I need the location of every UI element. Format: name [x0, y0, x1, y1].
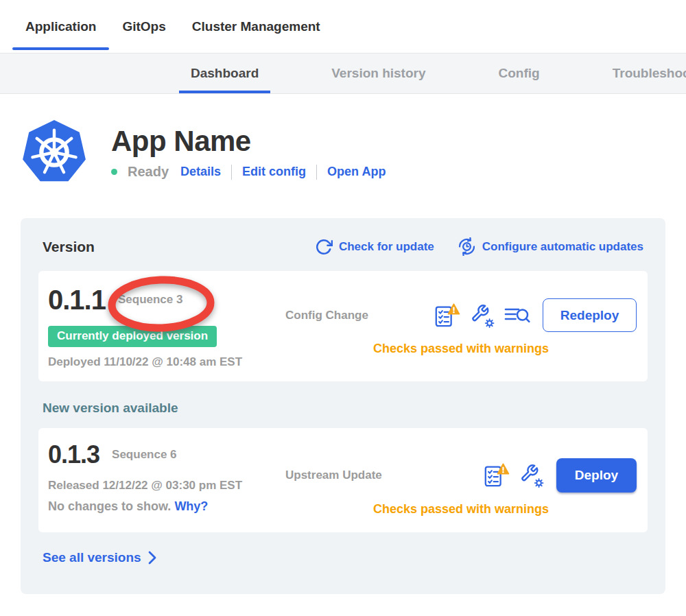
app-header: App Name Ready Details Edit config Open …: [21, 118, 686, 187]
no-changes-text: No changes to show.: [48, 499, 171, 513]
see-all-versions-label: See all versions: [43, 550, 141, 565]
available-version-source: Upstream Update: [285, 469, 382, 482]
details-link[interactable]: Details: [180, 165, 221, 179]
see-all-versions-link[interactable]: See all versions: [43, 550, 156, 565]
preflight-checks-status: Checks passed with warnings: [285, 342, 637, 356]
app-sub-nav: Dashboard Version history Config Trouble…: [0, 53, 686, 94]
main-tab-cluster-management[interactable]: Cluster Management: [179, 0, 333, 53]
configure-automatic-updates-link[interactable]: Configure automatic updates: [458, 237, 643, 256]
main-tab-gitops[interactable]: GitOps: [109, 0, 178, 53]
version-card-title: Version: [43, 239, 95, 255]
available-sequence-label: Sequence 6: [112, 448, 177, 462]
check-for-update-link[interactable]: Check for update: [315, 238, 434, 256]
current-version-number: 0.1.1: [48, 285, 106, 316]
divider: [231, 165, 232, 180]
deploy-button[interactable]: Deploy: [556, 458, 637, 493]
current-version-source: Config Change: [285, 309, 368, 322]
version-card: Version Check for update: [21, 218, 665, 594]
current-sequence-label: Sequence 3: [118, 293, 183, 307]
why-link[interactable]: Why?: [174, 499, 208, 513]
current-version-row: 0.1.1 Sequence 3 Currently deployed vers…: [38, 271, 648, 381]
tab-version-history[interactable]: Version history: [320, 54, 437, 93]
redeploy-button[interactable]: Redeploy: [543, 298, 637, 332]
available-version-row: 0.1.3 Sequence 6 Released 12/12/22 @ 03:…: [38, 428, 648, 532]
check-for-update-label: Check for update: [339, 240, 434, 254]
configure-automatic-updates-label: Configure automatic updates: [482, 240, 643, 254]
deployed-timestamp: Deployed 11/10/22 @ 10:48 am EST: [48, 355, 285, 369]
preflight-checks-warning-icon[interactable]: [433, 303, 460, 329]
view-files-icon[interactable]: [504, 305, 530, 326]
refresh-icon: [315, 238, 333, 256]
ready-status-dot-icon: [111, 169, 117, 175]
preflight-checks-warning-icon[interactable]: [482, 462, 510, 488]
config-wrench-icon[interactable]: [470, 303, 495, 328]
released-timestamp: Released 12/12/22 @ 03:30 pm EST: [48, 479, 285, 493]
page-title: App Name: [111, 125, 386, 158]
tab-dashboard[interactable]: Dashboard: [179, 54, 270, 93]
currently-deployed-badge: Currently deployed version: [48, 326, 217, 347]
open-app-link[interactable]: Open App: [327, 165, 386, 179]
chevron-right-icon: [148, 551, 156, 565]
app-status-row: Ready Details Edit config Open App: [111, 164, 386, 180]
available-version-number: 0.1.3: [48, 440, 99, 469]
config-wrench-icon[interactable]: [519, 463, 544, 488]
main-nav: Application GitOps Cluster Management: [0, 0, 686, 53]
status-label: Ready: [128, 164, 169, 180]
divider: [316, 165, 317, 180]
main-tab-application[interactable]: Application: [12, 0, 109, 53]
kubernetes-logo-icon: [21, 118, 88, 187]
changes-note: No changes to show. Why?: [48, 499, 285, 514]
preflight-checks-status: Checks passed with warnings: [285, 502, 637, 517]
app-dashboard-page: Application GitOps Cluster Management Da…: [0, 0, 686, 616]
tab-config[interactable]: Config: [487, 54, 552, 93]
edit-config-link[interactable]: Edit config: [242, 165, 306, 179]
new-version-heading: New version available: [43, 401, 648, 416]
scheduled-sync-icon: [458, 237, 476, 256]
tab-troubleshoot[interactable]: Troubleshoot: [601, 54, 686, 93]
